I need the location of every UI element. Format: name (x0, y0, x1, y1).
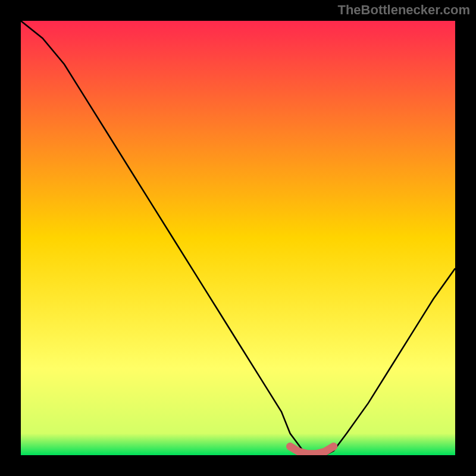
watermark-text: TheBottlenecker.com (337, 2, 470, 18)
chart-svg (21, 21, 455, 455)
plot-area (21, 21, 455, 455)
bottleneck-curve (21, 21, 455, 455)
flat-highlight-segment (290, 446, 334, 453)
